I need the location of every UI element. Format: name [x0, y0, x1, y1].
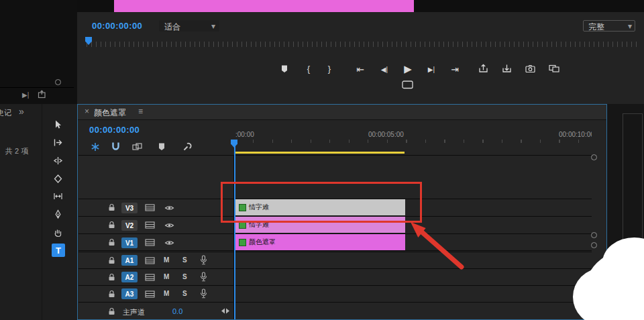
track-select-forward-tool[interactable] — [53, 138, 63, 148]
clip-label: 颜色遮罩 — [249, 237, 276, 247]
track-output-eye-icon[interactable] — [164, 239, 174, 246]
sync-lock-icon[interactable] — [145, 257, 155, 264]
scrollbar-cap[interactable] — [591, 242, 597, 248]
go-to-out-button[interactable]: ⇥ — [451, 64, 459, 74]
mute-button[interactable]: M — [164, 290, 169, 297]
comparison-view-button[interactable] — [549, 64, 559, 72]
playback-resolution-dropdown[interactable]: 完整 ▾ — [583, 20, 635, 32]
insert-as-nest-toggle[interactable] — [91, 142, 100, 152]
mark-in-button[interactable]: { — [307, 64, 310, 73]
step-back-button[interactable]: ◀| — [381, 66, 388, 73]
play-button[interactable]: ▶ — [404, 64, 412, 74]
collapsed-panel-outline — [623, 113, 643, 246]
media-panel-footer-divider — [0, 87, 74, 88]
voiceover-mic-icon[interactable] — [200, 255, 207, 266]
track-name-a2[interactable]: A2 — [121, 272, 138, 282]
master-gain-value[interactable]: 0.0 — [172, 307, 182, 315]
snap-toggle[interactable] — [111, 142, 120, 152]
add-marker-button[interactable] — [158, 142, 166, 151]
media-panel: ▶| — [0, 0, 78, 104]
program-timecode[interactable]: 00:00:00:00 — [92, 21, 142, 31]
timeline-playhead-line — [234, 146, 235, 319]
sync-lock-icon[interactable] — [145, 204, 155, 211]
sync-lock-icon[interactable] — [145, 290, 155, 298]
solo-button[interactable]: S — [182, 273, 187, 280]
ruler-label: 00:00:05:00 — [368, 131, 404, 138]
selection-tool[interactable] — [53, 119, 63, 129]
track-name-v2[interactable]: V2 — [121, 220, 138, 231]
lock-icon[interactable] — [108, 238, 115, 247]
lock-icon[interactable] — [108, 307, 115, 316]
clip-fx-badge — [239, 239, 246, 246]
track-name-v3[interactable]: V3 — [121, 203, 138, 213]
premiere-window: ▶| 00:00:00:00 适合 ▾ 完整 ▾ { } ⇤ ◀| ▶ ▶| — [0, 0, 644, 320]
track-name-a3[interactable]: A3 — [121, 288, 138, 299]
panel-expand-chevrons[interactable]: » — [19, 106, 24, 117]
color-matte-preview — [114, 0, 414, 12]
slip-tool[interactable] — [53, 191, 63, 201]
track-output-eye-icon[interactable] — [164, 222, 174, 229]
voiceover-mic-icon[interactable] — [200, 272, 207, 282]
master-track-label: 主声道 — [123, 307, 145, 317]
timeline-playhead-marker[interactable] — [231, 140, 237, 148]
ruler-ticks — [234, 140, 592, 143]
mute-button[interactable]: M — [164, 273, 169, 280]
annotation-red-arrow — [397, 209, 474, 273]
text-tool-label: T — [56, 246, 61, 256]
keyframe-nav-icon[interactable] — [221, 308, 230, 314]
timeline-tab-title[interactable]: 颜色遮罩 — [94, 107, 126, 119]
mark-out-button[interactable]: } — [328, 64, 331, 73]
track-output-eye-icon[interactable] — [164, 205, 174, 211]
razor-tool[interactable] — [53, 174, 63, 184]
track-name-a1[interactable]: A1 — [121, 255, 138, 266]
solo-button[interactable]: S — [182, 256, 187, 264]
linked-selection-toggle[interactable] — [132, 143, 142, 150]
add-marker-button[interactable] — [280, 64, 288, 73]
close-icon[interactable]: × — [85, 107, 89, 116]
timeline-settings-wrench-icon[interactable] — [182, 142, 192, 151]
ruler-label: :00:00 — [235, 131, 254, 138]
lock-icon[interactable] — [108, 221, 115, 229]
play-around-icon[interactable]: ▶| — [22, 91, 29, 99]
text-tool[interactable]: T — [52, 244, 65, 257]
step-forward-button[interactable]: ▶| — [428, 66, 435, 73]
sync-lock-icon[interactable] — [145, 239, 155, 246]
export-panel-icon[interactable] — [38, 90, 46, 99]
item-count-label: 共 2 项 — [5, 146, 28, 156]
panel-menu-icon[interactable]: ≡ — [138, 107, 143, 116]
track-row-a2: A2 M S — [78, 268, 592, 286]
export-frame-button[interactable] — [525, 64, 535, 72]
program-ruler[interactable] — [87, 42, 638, 47]
ruler-label: 00:00:10:00 — [559, 131, 592, 138]
zoom-level-dropdown[interactable]: 适合 ▾ — [159, 20, 219, 32]
project-sidebar: 史记 » 共 2 项 — [0, 104, 42, 320]
track-row-master: 主声道 0.0 — [78, 302, 592, 320]
scrollbar-cap[interactable] — [591, 154, 597, 160]
track-row-a3: A3 M S — [78, 285, 592, 303]
clip-v1[interactable]: 颜色遮罩 — [235, 234, 405, 250]
scrollbar-cap[interactable] — [591, 232, 597, 238]
chevron-down-icon: ▾ — [211, 21, 215, 31]
lock-icon[interactable] — [108, 290, 115, 299]
track-name-v1[interactable]: V1 — [121, 237, 138, 248]
extract-button[interactable] — [502, 64, 512, 73]
chevron-down-icon: ▾ — [628, 21, 632, 31]
pen-tool[interactable] — [53, 209, 63, 219]
scrollbar-cap[interactable] — [55, 79, 61, 85]
timeline-ruler[interactable]: :00:00 00:00:05:00 00:00:10:00 — [234, 130, 592, 144]
mute-button[interactable]: M — [164, 256, 169, 264]
hand-tool[interactable] — [53, 227, 63, 237]
safe-margins-button[interactable] — [402, 81, 413, 89]
go-to-in-button[interactable]: ⇤ — [356, 64, 364, 74]
lock-icon[interactable] — [108, 203, 115, 212]
lock-icon[interactable] — [108, 256, 115, 265]
timeline-timecode[interactable]: 00:00:00:00 — [89, 125, 140, 135]
voiceover-mic-icon[interactable] — [200, 288, 207, 299]
lock-icon[interactable] — [108, 273, 115, 282]
lift-button[interactable] — [478, 64, 488, 73]
sync-lock-icon[interactable] — [145, 274, 155, 281]
sync-lock-icon[interactable] — [145, 221, 155, 229]
ripple-edit-tool[interactable] — [53, 156, 63, 166]
solo-button[interactable]: S — [182, 290, 187, 297]
project-partial-title: 史记 — [0, 108, 11, 118]
